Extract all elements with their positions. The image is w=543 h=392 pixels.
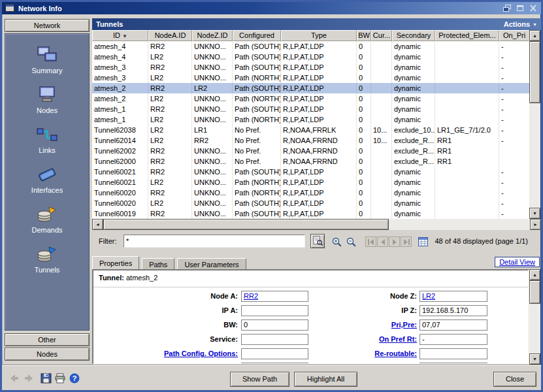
zoom-in-icon[interactable]: [331, 237, 342, 247]
highlight-all-button[interactable]: Highlight All: [294, 372, 357, 387]
table-row[interactable]: Tunnel60020LR2UNKNO...Path (SOUTH)R,LP,A…: [92, 198, 529, 208]
table-row[interactable]: Tunnel60019RR2UNKNO...Path (SOUTH)R,LP,A…: [92, 208, 529, 219]
search-button[interactable]: [310, 234, 325, 248]
field-ip-a[interactable]: [241, 305, 308, 316]
table-row[interactable]: atmesh_3LR2UNKNO...Path (NORTH)R,LP,AT,L…: [92, 73, 529, 83]
field-path-config-options[interactable]: [241, 348, 308, 359]
column-header[interactable]: NodeA.ID: [148, 30, 192, 41]
field-label-path-config-options[interactable]: Path Config. Options:: [97, 348, 238, 359]
table-cell: RR2: [192, 135, 233, 146]
next-page-button[interactable]: [389, 237, 400, 247]
table-cell: LR2: [148, 125, 192, 135]
scroll-thumb[interactable]: [529, 41, 540, 103]
table-row[interactable]: atmesh_2RR2LR2Path (SOUTH)R,LP,AT,LDP0dy…: [92, 83, 529, 93]
filter-input[interactable]: [123, 235, 305, 248]
scroll-left-icon[interactable]: ◄: [92, 219, 103, 230]
sidebar-item-interfaces[interactable]: Interfaces: [5, 164, 89, 195]
table-cell: No Pref.: [233, 125, 281, 135]
field-label-pri-pre[interactable]: Pri,Pre:: [322, 319, 417, 331]
table-cell: atmesh_3: [92, 62, 148, 73]
help-icon[interactable]: ?: [69, 372, 80, 384]
restore-icon[interactable]: [502, 4, 512, 12]
table-cell: [371, 146, 392, 156]
sidebar-item-tunnels[interactable]: Tunnels: [5, 244, 89, 275]
scroll-thumb[interactable]: [529, 280, 540, 304]
column-header[interactable]: Protected_Elem...: [435, 30, 499, 41]
svg-text:?: ?: [73, 374, 77, 382]
table-row[interactable]: Tunnel62038LR2LR1No Pref.R,NOAA,FRRLK010…: [92, 125, 529, 135]
forward-arrow-icon[interactable]: [23, 372, 35, 384]
table-row[interactable]: atmesh_1LR2UNKNO...Path (NORTH)R,LP,AT,L…: [92, 114, 529, 125]
show-path-button[interactable]: Show Path: [230, 372, 289, 387]
table-row[interactable]: Tunnel60020RR2UNKNO...Path (NORTH)R,LP,A…: [92, 188, 529, 198]
column-header[interactable]: Type: [281, 30, 357, 41]
field-re-routable[interactable]: [420, 348, 487, 359]
field-bw[interactable]: 0: [241, 319, 308, 331]
column-header[interactable]: Secondary: [392, 30, 435, 41]
scroll-up-icon[interactable]: ▲: [529, 30, 540, 41]
table-row[interactable]: Tunnel62002RR2UNKNO...No Pref.R,NOAA,FRR…: [92, 146, 529, 156]
close-icon[interactable]: [528, 4, 538, 12]
table-row[interactable]: Tunnel62000RR2UNKNO...No Pref.R,NOAA,FRR…: [92, 156, 529, 167]
table-row[interactable]: atmesh_4RR2UNKNO...Path (SOUTH)R,LP,AT,L…: [92, 41, 529, 52]
table-cell: 0: [357, 167, 371, 177]
scroll-up-icon[interactable]: ▲: [529, 269, 540, 280]
field-label-on-pref-rt[interactable]: On Pref Rt:: [322, 334, 417, 345]
column-header[interactable]: Configured: [233, 30, 281, 41]
field-node-z[interactable]: LR2: [420, 291, 487, 302]
node-a-link[interactable]: RR2: [244, 292, 258, 300]
field-label-re-routable[interactable]: Re-routable:: [322, 348, 417, 359]
actions-menu-button[interactable]: Actions ▼: [504, 20, 537, 28]
node-z-link[interactable]: LR2: [422, 292, 435, 300]
sidebar-item-summary[interactable]: Summary: [5, 44, 89, 76]
field-pri-pre[interactable]: 07,07: [420, 319, 487, 331]
close-button[interactable]: Close: [493, 372, 536, 387]
table-cell: -: [499, 83, 529, 93]
table-row[interactable]: atmesh_4LR2UNKNO...Path (SOUTH)R,LP,AT,L…: [92, 52, 529, 62]
tab-properties[interactable]: Properties: [92, 256, 139, 270]
sidebar-item-links[interactable]: Links: [5, 124, 89, 155]
table-vertical-scrollbar[interactable]: ▲ ▼: [529, 30, 541, 219]
table-row[interactable]: atmesh_3RR2UNKNO...Path (SOUTH)R,LP,AT,L…: [92, 62, 529, 73]
sidebar-item-demands[interactable]: Demands: [5, 204, 89, 235]
column-header[interactable]: Cur...: [371, 30, 392, 41]
field-on-pref-rt[interactable]: -: [420, 334, 487, 345]
field-node-a[interactable]: RR2: [241, 291, 308, 302]
scroll-right-icon[interactable]: ►: [530, 219, 541, 230]
back-arrow-icon[interactable]: [8, 372, 20, 384]
table-view-icon[interactable]: [418, 237, 428, 247]
field-service[interactable]: [241, 334, 308, 345]
previous-page-button[interactable]: [377, 237, 388, 247]
save-icon[interactable]: [40, 372, 52, 384]
table-cell: No Pref.: [233, 156, 281, 167]
table-row[interactable]: Tunnel60021RR2UNKNO...Path (SOUTH)R,LP,A…: [92, 167, 529, 177]
column-header[interactable]: ID▼: [92, 30, 148, 41]
table-cell: LR2: [148, 114, 192, 125]
sidebar-item-nodes[interactable]: Nodes: [5, 84, 89, 116]
print-icon[interactable]: [54, 372, 66, 384]
properties-vertical-scrollbar[interactable]: ▲ ▼: [529, 269, 541, 365]
nodes-tab-button[interactable]: Nodes: [5, 348, 90, 361]
table-row[interactable]: Tunnel60021LR2UNKNO...Path (NORTH)R,LP,A…: [92, 177, 529, 188]
table-row[interactable]: Tunnel62014LR2RR2No Pref.R,NOAA,FRRND010…: [92, 135, 529, 146]
last-page-button[interactable]: [401, 237, 412, 247]
maximize-icon[interactable]: [515, 4, 525, 12]
chevron-down-icon: ▼: [533, 22, 537, 27]
zoom-out-icon[interactable]: [346, 237, 356, 247]
scroll-down-icon[interactable]: ▼: [529, 208, 540, 219]
table-horizontal-scrollbar[interactable]: ◄ ►: [92, 219, 541, 230]
table-cell: [435, 41, 499, 52]
scroll-thumb[interactable]: [103, 219, 389, 230]
field-ip-z[interactable]: 192.168.5.170: [420, 305, 487, 316]
table-row[interactable]: atmesh_1RR2UNKNO...Path (SOUTH)R,LP,AT,L…: [92, 104, 529, 114]
column-header[interactable]: NodeZ.ID: [192, 30, 233, 41]
other-tab-button[interactable]: Other: [5, 333, 90, 346]
network-tab-button[interactable]: Network: [5, 19, 90, 32]
table-cell: [371, 208, 392, 219]
detail-view-link[interactable]: Detail View: [495, 257, 540, 267]
column-header[interactable]: BW: [357, 30, 371, 41]
column-header[interactable]: On_Pri: [499, 30, 529, 41]
first-page-button[interactable]: [365, 237, 376, 247]
scroll-down-icon[interactable]: ▼: [529, 353, 540, 365]
table-row[interactable]: atmesh_2LR2UNKNO...Path (NORTH)R,LP,AT,L…: [92, 93, 529, 104]
